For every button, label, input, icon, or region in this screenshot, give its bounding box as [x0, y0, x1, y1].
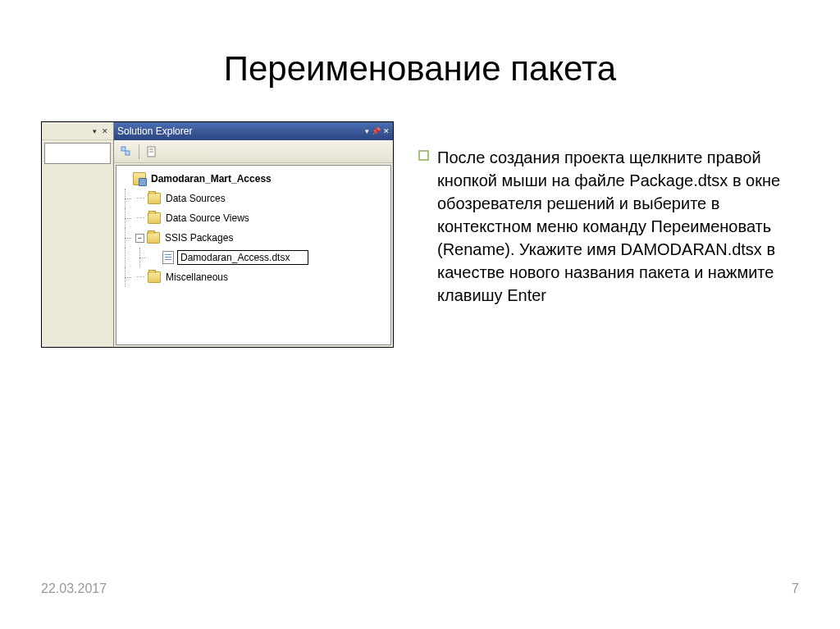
folder-icon [147, 232, 160, 244]
tree-node-package-rename[interactable] [118, 248, 389, 267]
node-label: Data Sources [164, 192, 227, 205]
project-label: Damodaran_Mart_Access [149, 172, 273, 185]
svg-rect-0 [121, 147, 126, 151]
folder-icon [148, 271, 161, 283]
svg-rect-1 [126, 151, 130, 155]
tree-node-data-sources[interactable]: ⋯ Data Sources [118, 189, 389, 208]
footer-page: 7 [792, 581, 799, 596]
folder-icon [148, 212, 161, 224]
node-label: Data Source Views [164, 212, 251, 225]
tree-view[interactable]: Damodaran_Mart_Access ⋯ Data Sources [116, 165, 391, 345]
panel-title: Solution Explorer [117, 125, 192, 137]
solution-explorer-screenshot: ▾ ✕ Solution Explorer ▾ 📌 ✕ [41, 121, 394, 348]
bullet-icon [418, 150, 429, 161]
dropdown-icon[interactable]: ▾ [365, 127, 369, 135]
node-label: Miscellaneous [164, 271, 230, 284]
show-all-icon[interactable] [144, 144, 159, 159]
folder-icon [148, 193, 161, 204]
close-icon[interactable]: ✕ [100, 127, 110, 135]
rename-input[interactable] [177, 250, 308, 265]
project-icon [133, 172, 146, 185]
panel-titlebar[interactable]: Solution Explorer ▾ 📌 ✕ [114, 122, 393, 140]
dtsx-file-icon [162, 251, 174, 264]
node-label: SSIS Packages [163, 231, 235, 244]
left-panel-body [44, 143, 111, 164]
body-text: После создания проекта щелкните правой к… [437, 146, 799, 307]
panel-toolbar [114, 140, 393, 163]
tree-node-ssis-packages[interactable]: − SSIS Packages [118, 228, 389, 248]
collapse-icon[interactable]: − [135, 234, 144, 243]
pin-icon[interactable]: 📌 [372, 127, 381, 135]
tree-node-miscellaneous[interactable]: ⋯ Miscellaneous [118, 267, 389, 287]
dropdown-btn[interactable]: ▾ [91, 127, 98, 135]
tree-node-data-source-views[interactable]: ⋯ Data Source Views [118, 208, 389, 228]
left-dock-panel: ▾ ✕ [42, 122, 114, 347]
close-icon[interactable]: ✕ [383, 127, 390, 135]
tree-project-root[interactable]: Damodaran_Mart_Access [118, 169, 389, 189]
properties-icon[interactable] [119, 144, 134, 159]
slide-title: Переименование пакета [41, 49, 799, 89]
footer-date: 22.03.2017 [41, 581, 107, 596]
